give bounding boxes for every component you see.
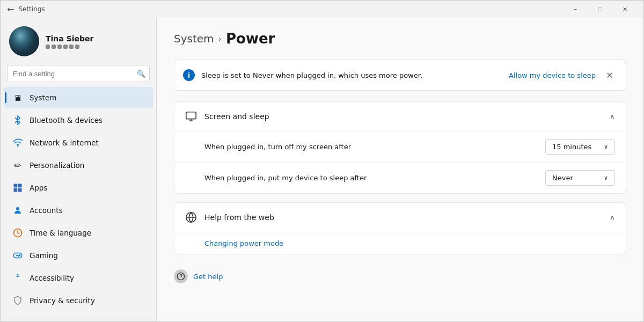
screen-sleep-section: Screen and sleep ∧ When plugged in, turn… <box>174 101 626 194</box>
svg-point-11 <box>19 255 20 257</box>
nav-time[interactable]: Time & language <box>4 222 153 244</box>
nav-apps-label: Apps <box>30 184 47 192</box>
get-help-link[interactable]: Get help <box>193 273 223 281</box>
banner-text: Sleep is set to Never when plugged in, w… <box>201 71 502 79</box>
sidebar: Tina Sieber 🔍 🖥 <box>1 18 156 321</box>
user-name: Tina Sieber <box>46 34 93 43</box>
svg-rect-3 <box>14 188 18 192</box>
svg-rect-4 <box>18 188 22 192</box>
privacy-icon <box>12 295 23 306</box>
breadcrumb-system: System <box>174 32 214 45</box>
screen-row-1-label: When plugged in, turn off my screen afte… <box>204 143 351 151</box>
screen-dropdown-1-value: 15 minutes <box>552 143 591 151</box>
nav-privacy[interactable]: Privacy & security <box>4 290 153 311</box>
screen-sleep-header[interactable]: Screen and sleep ∧ <box>174 102 626 131</box>
nav-accessibility[interactable]: Accessibility <box>4 267 153 289</box>
apps-icon <box>12 182 23 193</box>
dropdown-2-chevron: ∨ <box>604 174 608 181</box>
screen-sleep-icon <box>185 111 197 122</box>
system-icon: 🖥 <box>12 92 23 103</box>
nav-network[interactable]: Network & internet <box>4 132 153 153</box>
user-email <box>46 45 93 49</box>
nav-bluetooth[interactable]: Bluetooth & devices <box>4 109 153 131</box>
nav-accounts-label: Accounts <box>30 206 63 215</box>
close-button[interactable]: ✕ <box>612 1 637 18</box>
svg-point-5 <box>16 207 19 210</box>
help-web-header[interactable]: Help from the web ∧ <box>174 203 626 232</box>
time-icon <box>12 228 23 238</box>
get-help-bar: Get help <box>174 263 626 283</box>
nav-time-label: Time & language <box>30 229 91 237</box>
get-help-icon <box>174 269 188 283</box>
nav-bluetooth-label: Bluetooth & devices <box>30 116 103 125</box>
nav-privacy-label: Privacy & security <box>30 296 95 305</box>
app-title: Settings <box>18 5 45 13</box>
banner-link[interactable]: Allow my device to sleep <box>509 71 596 79</box>
accessibility-icon <box>12 273 23 283</box>
nav-gaming[interactable]: Gaming <box>4 245 153 266</box>
nav-network-label: Network & internet <box>30 138 99 147</box>
titlebar-left: ← Settings <box>7 4 45 14</box>
svg-point-0 <box>17 145 18 147</box>
dropdown-1-chevron: ∨ <box>604 143 608 150</box>
help-web-section: Help from the web ∧ Changing power mode <box>174 202 626 254</box>
user-profile: Tina Sieber <box>1 18 156 63</box>
nav-accounts[interactable]: Accounts <box>4 200 153 221</box>
nav-gaming-label: Gaming <box>30 251 58 260</box>
screen-dropdown-2[interactable]: Never ∨ <box>545 170 615 186</box>
search-box: 🔍 <box>7 65 150 82</box>
nav-accessibility-label: Accessibility <box>30 274 74 282</box>
titlebar-controls: − □ ✕ <box>563 1 637 18</box>
content-area: Tina Sieber 🔍 🖥 <box>1 18 643 321</box>
screen-row-2-label: When plugged in, put my device to sleep … <box>204 174 367 182</box>
help-header-left: Help from the web <box>185 211 274 223</box>
gaming-icon <box>12 250 23 261</box>
screen-row-2: When plugged in, put my device to sleep … <box>174 162 626 193</box>
screen-sleep-chevron: ∧ <box>610 112 615 121</box>
nav-personalization-label: Personalization <box>30 161 84 170</box>
svg-rect-2 <box>18 184 22 188</box>
maximize-button[interactable]: □ <box>588 1 612 18</box>
svg-rect-13 <box>186 112 196 119</box>
breadcrumb: System › Power <box>174 31 626 47</box>
changing-power-mode-link[interactable]: Changing power mode <box>204 239 283 247</box>
nav-apps[interactable]: Apps <box>4 177 153 199</box>
breadcrumb-arrow: › <box>218 34 222 44</box>
info-icon: i <box>183 69 195 81</box>
screen-row-1: When plugged in, turn off my screen afte… <box>174 131 626 162</box>
help-web-title: Help from the web <box>204 213 274 222</box>
svg-point-12 <box>17 274 19 276</box>
bluetooth-icon <box>12 115 23 126</box>
screen-dropdown-1[interactable]: 15 minutes ∨ <box>545 139 615 155</box>
help-link-row: Changing power mode <box>174 232 626 254</box>
nav-personalization[interactable]: ✏️ Personalization <box>4 155 153 176</box>
accounts-icon <box>12 205 23 216</box>
minimize-button[interactable]: − <box>563 1 588 18</box>
back-icon[interactable]: ← <box>7 4 14 14</box>
search-input[interactable] <box>7 65 150 82</box>
titlebar: ← Settings − □ ✕ <box>1 1 643 18</box>
breadcrumb-power: Power <box>226 31 275 47</box>
screen-sleep-title: Screen and sleep <box>204 112 269 121</box>
search-icon: 🔍 <box>137 70 145 78</box>
nav-system-label: System <box>30 93 56 102</box>
user-info: Tina Sieber <box>46 34 93 49</box>
section-header-left: Screen and sleep <box>185 111 269 122</box>
help-web-icon <box>185 211 197 223</box>
banner-close[interactable]: ✕ <box>602 68 617 83</box>
svg-rect-1 <box>14 184 18 188</box>
nav-system[interactable]: 🖥 System <box>4 87 153 108</box>
personalization-icon: ✏️ <box>12 160 23 171</box>
info-banner: i Sleep is set to Never when plugged in,… <box>174 60 626 91</box>
main-content: System › Power i Sleep is set to Never w… <box>157 18 643 321</box>
avatar[interactable] <box>9 26 39 56</box>
network-icon <box>12 137 23 148</box>
screen-dropdown-2-value: Never <box>552 174 573 182</box>
settings-window: ← Settings − □ ✕ Tina Sieber <box>0 0 644 322</box>
help-web-chevron: ∧ <box>610 213 615 222</box>
